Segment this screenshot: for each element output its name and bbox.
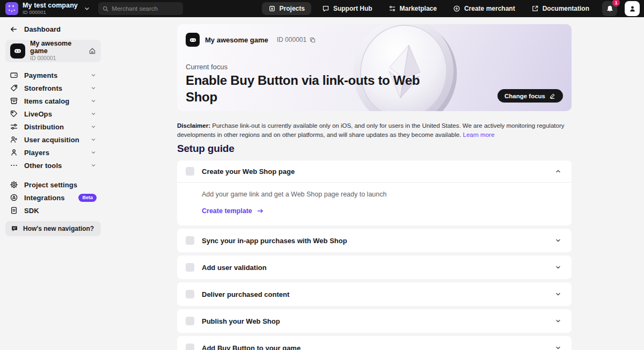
accordion-header[interactable]: Add user validation xyxy=(177,256,572,279)
sidebar-item-payments[interactable]: Payments xyxy=(5,69,101,82)
projects-button[interactable]: Projects xyxy=(262,2,311,15)
gamepad-icon xyxy=(189,36,197,44)
chevron-down-icon[interactable] xyxy=(554,317,562,325)
company-name: My test company xyxy=(23,2,78,9)
sidebar-item-players[interactable]: Players xyxy=(5,146,101,159)
current-focus-card: My awesome game ID 000001 Current focus … xyxy=(177,24,572,111)
external-link-icon xyxy=(531,5,539,12)
copy-icon[interactable] xyxy=(309,37,316,43)
user-plus-icon xyxy=(10,135,18,144)
user-acquisition-label: User acquisition xyxy=(24,136,79,144)
accordion-header[interactable]: Publish your Web Shop xyxy=(177,309,572,333)
main-content: My awesome game ID 000001 Current focus … xyxy=(177,17,572,350)
edit-pencil-icon xyxy=(549,92,556,99)
project-card[interactable]: My awesome game ID 000001 xyxy=(5,40,101,62)
company-id: ID 000001 xyxy=(23,10,78,15)
chevron-down-icon xyxy=(90,85,97,91)
documentation-button[interactable]: Documentation xyxy=(526,2,595,15)
accordion-header[interactable]: Sync your in-app purchases with Web Shop xyxy=(177,229,572,252)
accordion-header[interactable]: Deliver purchased content xyxy=(177,282,572,306)
sliders-icon xyxy=(10,122,18,131)
sidebar-item-items-catalog[interactable]: Items catalog xyxy=(5,94,101,107)
sidebar-item-project-settings[interactable]: Project settings xyxy=(5,178,101,191)
company-logo[interactable] xyxy=(5,2,18,15)
user-avatar-icon xyxy=(628,5,636,13)
sidebar-item-liveops[interactable]: LiveOps xyxy=(5,107,101,120)
archive-box-icon xyxy=(10,97,18,105)
sidebar-item-integrations[interactable]: Integrations Beta xyxy=(5,191,101,204)
step-checkbox xyxy=(186,236,194,245)
step-label: Add user validation xyxy=(202,264,267,272)
disclaimer-text: Disclaimer: Purchase link-out is current… xyxy=(177,121,572,140)
game-icon-tile xyxy=(10,43,25,59)
home-icon[interactable] xyxy=(89,47,96,55)
chevron-down-icon[interactable] xyxy=(554,237,562,244)
person-icon xyxy=(10,148,18,157)
topbar-nav: Projects Support Hub Marketplace Create … xyxy=(262,1,640,16)
chevron-down-icon[interactable] xyxy=(554,264,562,271)
setup-step-add-user-validation: Add user validation xyxy=(177,256,572,279)
arrow-right-icon xyxy=(257,207,264,215)
disclaimer-label: Disclaimer: xyxy=(177,122,210,129)
sidebar-item-storefronts[interactable]: Storefronts xyxy=(5,82,101,94)
hero-game-id: ID 000001 xyxy=(277,36,306,43)
chevron-down-icon xyxy=(90,111,97,117)
marketplace-button[interactable]: Marketplace xyxy=(383,2,442,15)
marketplace-label: Marketplace xyxy=(400,5,437,12)
chevron-down-icon[interactable] xyxy=(554,290,562,298)
accordion-header[interactable]: Create your Web Shop page xyxy=(177,161,572,182)
change-focus-button[interactable]: Change focus xyxy=(497,89,563,103)
gamepad-icon xyxy=(13,47,22,55)
chevron-down-icon xyxy=(90,72,97,78)
back-to-dashboard[interactable]: Dashboard xyxy=(5,24,101,34)
setup-step-publish-web-shop: Publish your Web Shop xyxy=(177,309,572,333)
notifications-button[interactable]: 1 xyxy=(602,1,617,16)
step-description: Add your game link and get a Web Shop pa… xyxy=(202,191,563,198)
step-checkbox xyxy=(186,317,194,325)
create-template-link[interactable]: Create template xyxy=(202,207,563,215)
chevron-down-icon xyxy=(90,149,97,156)
feedback-chat-icon xyxy=(11,225,18,232)
topbar: My test company ID 000001 Projects Suppo… xyxy=(0,0,644,17)
learn-more-link[interactable]: Learn more xyxy=(463,132,495,138)
support-hub-button[interactable]: Support Hub xyxy=(317,2,378,15)
bell-icon xyxy=(606,5,614,13)
tag-icon xyxy=(10,110,18,118)
chevron-down-icon xyxy=(90,98,97,104)
dashboard-label: Dashboard xyxy=(24,25,61,33)
sidebar-item-distribution[interactable]: Distribution xyxy=(5,120,101,133)
current-focus-label: Current focus xyxy=(186,63,228,71)
players-label: Players xyxy=(24,149,49,157)
create-merchant-button[interactable]: Create merchant xyxy=(448,2,521,15)
step-label: Add Buy Button to your game xyxy=(202,344,301,350)
setup-step-create-web-shop-page: Create your Web Shop page Add your game … xyxy=(177,161,572,225)
setup-guide-heading: Setup guide xyxy=(177,143,572,155)
gear-icon xyxy=(10,180,18,189)
plus-circle-icon xyxy=(453,5,460,12)
accordion-header[interactable]: Add Buy Button to your game xyxy=(177,336,572,350)
hero-game-name: My awesome game xyxy=(205,36,268,44)
company-chevron-down-icon[interactable] xyxy=(83,5,91,12)
projects-label: Projects xyxy=(280,5,305,12)
chevron-up-icon[interactable] xyxy=(554,167,562,175)
document-icon xyxy=(10,206,18,215)
sidebar-item-sdk[interactable]: SDK xyxy=(5,204,101,217)
chat-icon xyxy=(322,5,330,12)
projects-icon xyxy=(268,5,276,12)
profile-button[interactable] xyxy=(625,1,640,16)
project-id: ID 000001 xyxy=(30,55,84,62)
marketplace-icon xyxy=(389,5,396,12)
liveops-label: LiveOps xyxy=(24,110,52,118)
whats-new-navigation-button[interactable]: How's new navigation? xyxy=(5,221,101,236)
setup-guide-list: Create your Web Shop page Add your game … xyxy=(177,161,572,350)
sidebar-secondary-menu: Project settings Integrations Beta SDK xyxy=(5,178,101,217)
sidebar-item-other-tools[interactable]: Other tools xyxy=(5,159,101,172)
sidebar-item-user-acquisition[interactable]: User acquisition xyxy=(5,133,101,146)
search-input[interactable] xyxy=(112,5,179,12)
support-hub-label: Support Hub xyxy=(333,5,372,12)
company-switcher[interactable]: My test company ID 000001 xyxy=(23,2,78,15)
payments-label: Payments xyxy=(24,71,57,79)
arrow-left-icon xyxy=(10,25,18,33)
chevron-down-icon[interactable] xyxy=(554,344,562,350)
search-icon xyxy=(103,5,108,12)
